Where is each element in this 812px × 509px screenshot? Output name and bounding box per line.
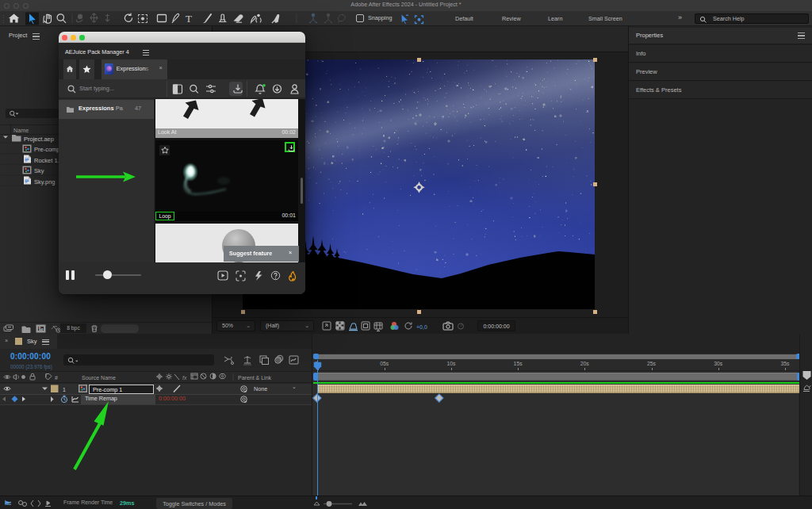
svg-text:1: 1 <box>63 387 66 392</box>
svg-text:Source Name: Source Name <box>82 375 116 381</box>
svg-text:Project.aep: Project.aep <box>24 135 54 142</box>
svg-text:Pre-comp: Pre-comp <box>34 146 60 153</box>
svg-text:Sky.png: Sky.png <box>34 178 56 185</box>
svg-text:Rocket 1.: Rocket 1. <box>34 156 59 163</box>
svg-text:#: # <box>55 375 58 381</box>
svg-text:+0,0: +0,0 <box>416 324 427 330</box>
svg-text:Parent & Link: Parent & Link <box>238 375 272 381</box>
svg-text:T: T <box>186 13 192 25</box>
svg-text:Sky: Sky <box>34 167 44 174</box>
svg-text:fx: fx <box>182 375 187 381</box>
